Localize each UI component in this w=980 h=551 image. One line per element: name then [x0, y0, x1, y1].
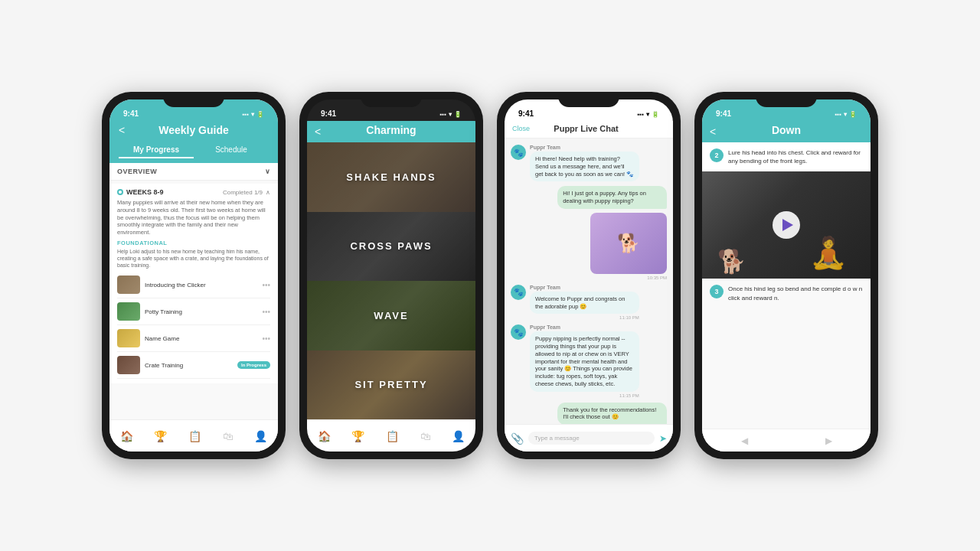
- clipboard-icon-2[interactable]: 📋: [386, 430, 399, 442]
- chat-input[interactable]: Type a message: [528, 432, 655, 445]
- profile-icon-2[interactable]: 👤: [452, 430, 465, 442]
- trick-sit-pretty[interactable]: SIT PRETTY: [307, 350, 475, 420]
- tab-schedule[interactable]: Schedule: [194, 142, 269, 158]
- signal-icon-3: ▪▪▪: [637, 111, 644, 118]
- chat-input-bar: 📎 Type a message ➤: [505, 424, 673, 452]
- msg-time-2: 10:35 PM: [647, 276, 667, 280]
- wifi-icon-4: ▾: [844, 111, 847, 118]
- weeks-section: WEEKS 8-9 Completed 1/9 ∧ Many puppies w…: [109, 184, 278, 383]
- chevron-up-icon: ∧: [266, 189, 270, 196]
- training-item-clicker[interactable]: Introducing the Clicker •••: [117, 272, 270, 298]
- video-bg: 🧘 🐕: [702, 171, 871, 279]
- signal-icon-4: ▪▪▪: [835, 111, 841, 118]
- training-item-potty[interactable]: Potty Training •••: [117, 298, 270, 325]
- training-thumb-crate: [117, 356, 140, 374]
- phone2-header: < Charming: [307, 121, 475, 142]
- phone1-content: OVERVIEW ∨ WEEKS 8-9 Completed 1/9 ∧: [109, 163, 278, 419]
- back-button-1[interactable]: <: [119, 124, 125, 136]
- tab-my-progress[interactable]: My Progress: [119, 142, 194, 158]
- trick-shake-hands[interactable]: SHAKE HANDS: [307, 142, 475, 212]
- msg-time-4: 11:15 PM: [530, 393, 639, 398]
- training-item-crate[interactable]: Crate Training In Progress: [117, 352, 270, 379]
- phone4-content: 2 Lure his head into his chest. Click an…: [702, 142, 871, 429]
- trick-list: SHAKE HANDS CROSS PAWS WAVE SIT PRETTY: [307, 142, 475, 419]
- bag-icon-1[interactable]: 🛍: [223, 430, 234, 442]
- more-icon-clicker[interactable]: •••: [262, 281, 270, 289]
- weeks-title: WEEKS 8-9: [117, 188, 164, 196]
- home-icon-1[interactable]: 🏠: [120, 430, 133, 442]
- weeks-header: WEEKS 8-9 Completed 1/9 ∧: [117, 188, 270, 196]
- page-title-2: Charming: [316, 124, 466, 136]
- page-title-1: Weekly Guide: [119, 124, 269, 136]
- battery-icon-3: 🔋: [652, 111, 659, 118]
- more-icon-potty[interactable]: •••: [262, 308, 270, 316]
- phone-down: 9:41 ▪▪▪ ▾ 🔋 < Down 2 Lure his head into…: [694, 92, 878, 459]
- chat-title: Puppr Live Chat: [554, 124, 618, 133]
- msg-group-4: Puppr Team Puppy nipping is perfectly no…: [530, 324, 639, 397]
- back-button-2[interactable]: <: [315, 126, 321, 138]
- clipboard-icon-1[interactable]: 📋: [188, 430, 201, 442]
- avatar-puppr-3: 🐾: [511, 285, 526, 300]
- bag-icon-2[interactable]: 🛍: [420, 430, 431, 442]
- trick-label-cross: CROSS PAWS: [350, 240, 432, 252]
- profile-icon-1[interactable]: 👤: [254, 430, 267, 442]
- bottom-nav-4: ◀ ▶: [702, 429, 871, 452]
- time-1: 9:41: [123, 109, 139, 118]
- training-item-name[interactable]: Name Game •••: [117, 325, 270, 352]
- tabs-weekly-guide: My Progress Schedule: [109, 142, 278, 163]
- phone4-header: < Down: [702, 121, 871, 142]
- avatar-puppr-1: 🐾: [511, 145, 526, 160]
- weeks-completed: Completed 1/9: [223, 189, 263, 196]
- phone-weekly-guide: 9:41 ▪▪▪ ▾ 🔋 < Weekly Guide My Progress …: [102, 92, 286, 459]
- phone1-header: < Weekly Guide: [109, 121, 278, 142]
- home-icon-2[interactable]: 🏠: [318, 430, 331, 442]
- msg-group-1: Puppr Team Hi there! Need help with trai…: [530, 145, 639, 181]
- step-3-row: 3 Once his hind leg so bend and he compl…: [702, 279, 871, 308]
- training-name-potty: Potty Training: [145, 308, 257, 315]
- play-button[interactable]: [773, 211, 800, 239]
- video-container[interactable]: 🧘 🐕: [702, 171, 871, 279]
- message-3: 🐾 Puppr Team Welcome to Puppr and congra…: [511, 285, 667, 321]
- in-progress-badge: In Progress: [237, 361, 270, 369]
- signal-icon-1: ▪▪▪: [242, 111, 249, 118]
- back-button-4[interactable]: <: [710, 126, 716, 138]
- attachment-icon[interactable]: 📎: [511, 432, 524, 445]
- send-button[interactable]: ➤: [659, 433, 667, 444]
- chat-close-button[interactable]: Close: [512, 125, 530, 132]
- status-icons-1: ▪▪▪ ▾ 🔋: [242, 111, 264, 118]
- trick-wave[interactable]: WAVE: [307, 281, 475, 350]
- battery-icon-4: 🔋: [849, 111, 857, 118]
- bottom-nav-1: 🏠 🏆 📋 🛍 👤: [109, 419, 278, 452]
- notch-2: [361, 92, 422, 107]
- trick-label-shake: SHAKE HANDS: [346, 171, 436, 183]
- phone-charming: 9:41 ▪▪▪ ▾ 🔋 < Charming SHAKE HANDS CR: [299, 92, 483, 459]
- battery-icon-2: 🔋: [454, 111, 462, 118]
- message-5: Thank you for the recommendations! I'll …: [511, 403, 667, 425]
- foundational-label: FOUNDATIONAL: [117, 240, 270, 246]
- phone4-screen: 9:41 ▪▪▪ ▾ 🔋 < Down 2 Lure his head into…: [702, 99, 871, 452]
- bubble-5: Thank you for the recommendations! I'll …: [557, 403, 667, 425]
- bottom-nav-2: 🏠 🏆 📋 🛍 👤: [307, 419, 475, 452]
- bubble-1: Hi there! Need help with training? Send …: [530, 152, 639, 181]
- trick-cross-paws[interactable]: CROSS PAWS: [307, 212, 475, 282]
- message-1: 🐾 Puppr Team Hi there! Need help with tr…: [511, 145, 667, 181]
- weeks-dot: [117, 189, 123, 195]
- notch-4: [756, 92, 817, 107]
- prev-icon-4[interactable]: ◀: [741, 435, 748, 446]
- step-3-num: 3: [710, 285, 724, 298]
- time-2: 9:41: [321, 109, 336, 118]
- play-triangle-icon: [782, 219, 793, 231]
- weeks-desc: Many puppies will arrive at their new ho…: [117, 199, 270, 236]
- training-name-clicker: Introducing the Clicker: [145, 282, 257, 289]
- avatar-puppr-4: 🐾: [511, 324, 526, 340]
- sender-3: Puppr Team: [530, 285, 639, 290]
- overview-bar[interactable]: OVERVIEW ∨: [109, 163, 278, 181]
- bubble-2: Hi! I just got a puppy. Any tips on deal…: [557, 186, 667, 209]
- step-2-row: 2 Lure his head into his chest. Click an…: [702, 142, 871, 171]
- next-icon-4[interactable]: ▶: [825, 435, 832, 446]
- trophy-icon-2[interactable]: 🏆: [351, 430, 364, 442]
- trophy-icon-1[interactable]: 🏆: [154, 430, 167, 442]
- more-icon-name[interactable]: •••: [262, 334, 270, 343]
- training-name-name: Name Game: [145, 335, 257, 342]
- training-thumb-name: [117, 329, 140, 347]
